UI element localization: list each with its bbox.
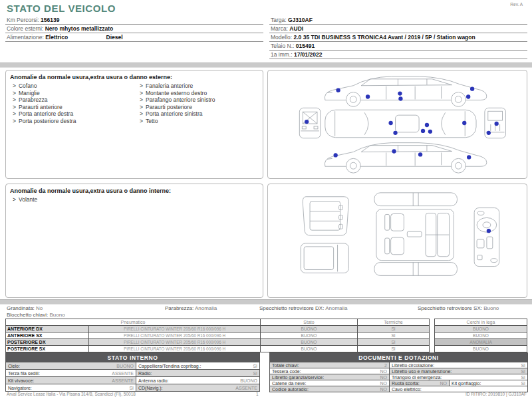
- tire-position: ANTERIORE DX: [6, 326, 89, 332]
- status-value: ASSENTE: [235, 386, 257, 390]
- anomaly-item: >Maniglie: [13, 90, 134, 97]
- condition-value: Anomalia: [195, 305, 217, 311]
- status-row: Terza fila sedili:ASSENTE Radio:SI: [6, 370, 260, 377]
- interior-anomalies-panel: Anomalie da normale usura,extra usura o …: [5, 184, 263, 298]
- damage-dot: [333, 153, 337, 157]
- damage-dot: [428, 130, 432, 134]
- status-label: Kit vivavoce:: [8, 378, 34, 383]
- document-label: Libretto circolazione:: [392, 363, 434, 368]
- tire-termiche: SI: [358, 339, 430, 346]
- damage-dot: [494, 122, 498, 126]
- vehicle-info-left: Km Percorsi: 156139 Colore esterni: Nero…: [5, 16, 263, 42]
- plate-value: GJ310AF: [288, 17, 313, 23]
- tire-termiche: SI: [358, 332, 430, 339]
- brand-label: Marca:: [271, 25, 288, 32]
- damage-dot: [305, 120, 309, 124]
- condition-value: Buono: [50, 312, 65, 318]
- tire-termiche: SI: [358, 326, 430, 332]
- status-row: Navigatore:SI CD(Navig.):ASSENTE: [6, 384, 260, 392]
- condition-value: Anomalia: [325, 305, 347, 311]
- document-value: NO: [380, 387, 388, 392]
- section-header-row: STATO INTERNO: [6, 353, 260, 362]
- interior-car-diagram: [268, 184, 527, 297]
- rims-row: BUONO: [435, 332, 527, 339]
- rims-row: ANOMALIA: [435, 339, 527, 346]
- anomaly-item: >Parabrezza: [13, 96, 134, 104]
- footer-id: ID RITIRO: 2019810 | GJ310AF: [466, 392, 527, 396]
- condition-mirror-sx: Specchietto retrovisore SX: Buono: [418, 305, 499, 311]
- damage-dot: [398, 96, 402, 100]
- divider-band: [0, 63, 532, 68]
- vehicle-status-report: STATO DEL VEICOLO Rev. A Km Percorsi: 15…: [0, 0, 532, 399]
- tire-stato: BUONO: [261, 332, 358, 339]
- condition-label: Parabrezza:: [165, 305, 194, 311]
- condition-grandinata: Grandinata: No: [7, 305, 43, 311]
- document-value: NO: [380, 369, 388, 374]
- tire-col-pneumatico: Pneumatico: [6, 319, 261, 326]
- document-value: SI: [521, 381, 525, 386]
- tire-description: PIRELLI CINTURATO WINTER 205/60 R16 000/…: [89, 326, 261, 332]
- tire-position: ANTERIORE SX: [6, 332, 89, 339]
- exterior-anomalies-title: Anomalie da normale usura,extra usura o …: [6, 70, 263, 82]
- interior-anomalies-title: Anomalie da normale usura,extra usura o …: [6, 184, 263, 196]
- status-label: Cappelliera/Tendina copribag.:: [138, 364, 201, 368]
- damage-dot: [388, 121, 392, 125]
- damage-dot: [398, 91, 402, 95]
- tire-description: PIRELLI CINTURATO WINTER 205/60 R16 000/…: [89, 332, 261, 339]
- document-label: Kit gonfiaggio:: [452, 381, 481, 386]
- status-label: Terza fila sedili:: [8, 371, 40, 376]
- anomaly-item: >Porta anteriore sinistra: [140, 110, 261, 118]
- rim-value: BUONO: [435, 326, 527, 332]
- document-value: NO: [380, 381, 388, 386]
- document-row: Libretto garanzia/service:NO Triangolo d…: [270, 374, 528, 380]
- interior-status-header: STATO INTERNO: [6, 353, 260, 362]
- rim-value: ANOMALIA: [435, 339, 527, 346]
- interior-status-table: STATO INTERNO Cielo:BUONO Cappelliera/Te…: [5, 352, 260, 392]
- info-row-color: Colore esterni: Nero mhytos metallizzato: [5, 25, 263, 33]
- tire-row: ANTERIORE DX PIRELLI CINTURATO WINTER 20…: [6, 326, 430, 332]
- document-label: Libretto uso e manutenzione:: [392, 369, 452, 374]
- anomaly-item: >Tetto: [140, 118, 261, 125]
- rims-col-header: Cerchi in lega: [435, 319, 527, 326]
- color-label: Colore esterni:: [7, 25, 43, 32]
- document-value: 2: [384, 363, 387, 368]
- status-label: Navigatore:: [8, 386, 32, 390]
- document-label: Libretto garanzia/service:: [272, 375, 324, 380]
- interior-diagram-panel: [267, 184, 527, 298]
- condition-label: Blocchetto chiavi:: [7, 312, 48, 318]
- tire-stato: BUONO: [261, 339, 358, 346]
- info-row-brand: Marca: AUDI: [269, 25, 527, 33]
- anomaly-item: >Fanaleria anteriore: [140, 82, 261, 90]
- status-row: Kit vivavoce:ASSENTE Antenna radio:BUONO: [6, 377, 260, 384]
- rims-row: BUONO: [435, 346, 527, 352]
- fuel-value-2: Diesel: [106, 34, 123, 41]
- condition-value: Buono: [483, 305, 499, 311]
- anomaly-item: >Porta posteriore destra: [13, 118, 134, 125]
- plate-label: Targa:: [271, 17, 287, 23]
- document-label: Catene da neve:: [272, 381, 306, 386]
- info-row-registration: 1a imm.: 17/01/2022: [269, 51, 527, 59]
- section-header-row: DOCUMENTI E DOTAZIONI: [270, 353, 528, 362]
- damage-dot: [336, 88, 340, 92]
- footer-page-number: 1: [256, 392, 259, 396]
- tires-section: Pneumatico Stato Termiche ANTERIORE DX P…: [5, 319, 527, 352]
- damage-dot: [421, 129, 425, 133]
- damage-dot: [418, 152, 422, 156]
- model-label: Modello:: [271, 34, 292, 41]
- rims-table: Cerchi in lega BUONO BUONO ANOMALIA BUON…: [434, 319, 527, 352]
- tire-stato: BUONO: [261, 346, 358, 352]
- tire-description: PIRELLI CINTURATO WINTER 205/60 R16 000/…: [89, 339, 261, 346]
- page-title: STATO DEL VEICOLO: [7, 3, 116, 14]
- document-row: Totale chiavi:2 Libretto circolazione:SI: [270, 362, 528, 368]
- tire-description: PIRELLI CINTURATO WINTER 205/60 R16 000/…: [89, 346, 261, 352]
- divider-band: [0, 299, 532, 305]
- exterior-car-diagram: [268, 70, 527, 178]
- tire-stato: BUONO: [261, 326, 358, 332]
- status-value: ASSENTE: [112, 371, 134, 376]
- info-row-km: Km Percorsi: 156139: [5, 16, 263, 25]
- registration-value: 17/01/2022: [294, 51, 323, 58]
- tire-header-row: Pneumatico Stato Termiche: [6, 319, 430, 326]
- exterior-anomalies-list-2: >Fanaleria anteriore>Montante esterno de…: [134, 82, 261, 124]
- condition-mirror-dx: Specchietto retrovisore DX: Anomalia: [259, 305, 348, 311]
- anomaly-item: >Cofano: [13, 82, 134, 90]
